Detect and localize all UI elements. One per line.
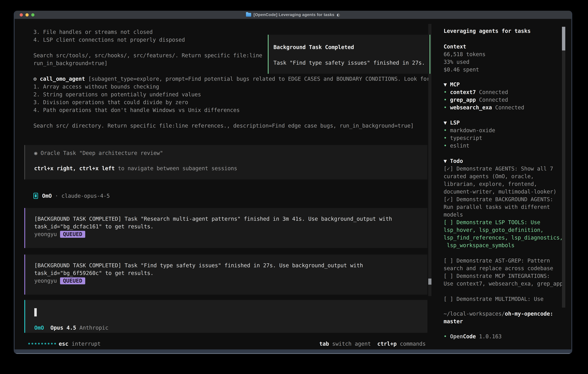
text-segment: run_in_background=true] bbox=[33, 60, 107, 66]
text-segment bbox=[44, 325, 51, 331]
text-line: Run parallel tasks with different bbox=[444, 203, 564, 211]
text-segment: lsp_hover, lsp_goto_definition, bbox=[444, 227, 544, 233]
text-segment: grep_app bbox=[450, 97, 476, 103]
text-segment: Search src/tools/, src/hooks/, src/featu… bbox=[33, 52, 262, 59]
text-segment: Anthropic bbox=[79, 325, 108, 331]
text-segment: lsp_workspace_symbols bbox=[444, 242, 514, 249]
text-line: yeongyuQUEUED bbox=[34, 230, 392, 238]
text-line: Leveraging agents for tasks bbox=[444, 27, 564, 35]
folder-icon bbox=[246, 13, 251, 17]
text-segment: 2. String operations on potentially unde… bbox=[33, 91, 201, 98]
status-badge: QUEUED bbox=[60, 231, 85, 238]
text-segment: ◉ Oracle Task "Deep architecture review" bbox=[34, 150, 163, 156]
text-line: [✓] Demonstrate AGENTS: Show all 7 bbox=[444, 165, 564, 173]
text-line: $0.46 spent bbox=[444, 66, 564, 73]
message-lines: [BACKGROUND TASK COMPLETED] Task "Find t… bbox=[34, 262, 363, 285]
zoom-button[interactable] bbox=[31, 13, 34, 17]
text-segment: • bbox=[444, 127, 450, 134]
text-line: ctrl+x right, ctrl+x left to navigate be… bbox=[34, 165, 237, 172]
text-line: 1. Array access without bounds checking bbox=[33, 83, 430, 91]
text-segment: task_id="bg_dcfac161" to get results. bbox=[34, 223, 154, 230]
text-segment: eslint bbox=[450, 143, 470, 149]
text-line bbox=[444, 288, 564, 295]
text-line: 33% used bbox=[444, 58, 564, 66]
text-line: [BACKGROUND TASK COMPLETED] Task "Resear… bbox=[34, 215, 392, 223]
text-segment: yeongyu bbox=[34, 231, 57, 237]
notification-title: Background Task Completed bbox=[273, 43, 354, 51]
text-line: • context7 Connected bbox=[444, 88, 564, 96]
text-line bbox=[33, 114, 430, 122]
title-bar: [OpenCode] Leveraging agents for tasks ◐ bbox=[15, 11, 571, 19]
text-segment: [ ] Demonstrate MCP INTEGRATIONS: bbox=[444, 273, 550, 279]
close-button[interactable] bbox=[20, 13, 23, 17]
text-segment: · bbox=[52, 193, 62, 199]
text-line: Search src/ directory. Return specific f… bbox=[33, 122, 430, 130]
sidebar-mcp-section[interactable]: ▼ MCP• context7 Connected• grep_app Conn… bbox=[444, 81, 564, 111]
text-segment: master bbox=[444, 318, 463, 324]
text-line: models bbox=[444, 211, 564, 218]
text-segment: librarian, explore, frontend, bbox=[444, 181, 537, 187]
text-segment: 4. LSP client connections not properly d… bbox=[33, 37, 185, 43]
text-segment: task_id="bg_6f59260c" to get results. bbox=[34, 270, 154, 276]
text-segment: • bbox=[444, 333, 450, 340]
text-line: search and replace across codebase bbox=[444, 265, 564, 272]
text-segment: ⚙ bbox=[33, 76, 40, 82]
text-line: [✓] Demonstrate BACKGROUND AGENTS: bbox=[444, 196, 564, 203]
text-segment: [ ] Demonstrate MULTIMODAL: Use bbox=[444, 296, 544, 302]
text-segment: [subagent_type=explore, prompt=Find pote… bbox=[85, 76, 430, 82]
text-segment: • bbox=[444, 89, 450, 95]
text-segment: search and replace across codebase bbox=[444, 265, 553, 271]
text-segment: interrupt bbox=[68, 341, 101, 347]
text-segment: • bbox=[444, 135, 450, 141]
text-line: [BACKGROUND TASK COMPLETED] Task "Find t… bbox=[34, 262, 363, 269]
text-line: • typescript bbox=[444, 134, 564, 142]
oracle-task-lines: ◉ Oracle Task "Deep architecture review"… bbox=[34, 149, 237, 172]
agent-session-label: OmO · claude-opus-4-5 bbox=[42, 193, 110, 199]
half-circle-progress-icon: ◐ bbox=[337, 13, 340, 17]
text-line: ~/local-workspaces/oh-my-opencode: bbox=[444, 310, 564, 318]
text-line: [ ] Demonstrate LSP TOOLS: Use bbox=[444, 218, 564, 226]
text-cursor bbox=[34, 308, 37, 316]
text-segment: lsp_find_references, lsp_diagnostics, bbox=[444, 235, 563, 241]
prompt-input[interactable]: OmO Opus 4.5 Anthropic bbox=[24, 300, 427, 333]
text-line: curated agents (OmO, oracle, bbox=[444, 173, 564, 180]
text-line: • websearch_exa Connected bbox=[444, 104, 564, 111]
sidebar-scrollbar-thumb[interactable] bbox=[562, 27, 565, 51]
text-segment: [BACKGROUND TASK COMPLETED] Task "Resear… bbox=[34, 216, 392, 222]
text-segment: [✓] Demonstrate AGENTS: Show all 7 bbox=[444, 166, 553, 172]
spinner-dots-icon: ••••••••• bbox=[28, 340, 57, 348]
text-segment: [ ] Demonstrate AST-GREP: Pattern bbox=[444, 258, 550, 264]
text-segment: yeongyu bbox=[34, 278, 57, 284]
text-segment: Code bbox=[463, 333, 476, 340]
text-segment: switch agent bbox=[329, 341, 377, 347]
text-segment: Connected bbox=[492, 104, 524, 111]
text-line: lsp_workspace_symbols bbox=[444, 241, 564, 249]
text-line: [ ] Demonstrate AST-GREP: Pattern bbox=[444, 257, 564, 265]
text-line: [ ] Demonstrate MULTIMODAL: Use bbox=[444, 295, 564, 303]
text-segment: Leveraging agents for tasks bbox=[444, 28, 531, 34]
text-segment: esc bbox=[59, 341, 68, 347]
background-task-message-1: [BACKGROUND TASK COMPLETED] Task "Resear… bbox=[24, 208, 427, 248]
text-segment: • bbox=[444, 143, 450, 149]
window-bottom-frame bbox=[14, 349, 572, 354]
text-segment: models bbox=[444, 212, 463, 218]
text-line: task_id="bg_6f59260c" to get results. bbox=[34, 269, 363, 277]
text-segment: ctrl+p bbox=[377, 341, 397, 347]
agent-session-header[interactable]: OmO · claude-opus-4-5 bbox=[33, 192, 110, 199]
sidebar-session-title: Leveraging agents for tasks bbox=[444, 27, 564, 35]
sidebar-lsp-section[interactable]: ▼ LSP• markdown-oxide• typescript• eslin… bbox=[444, 119, 564, 150]
input-model-info: OmO Opus 4.5 Anthropic bbox=[34, 324, 108, 332]
sidebar-todo-section[interactable]: ▼ Todo[✓] Demonstrate AGENTS: Show all 7… bbox=[444, 157, 564, 303]
minimize-button[interactable] bbox=[25, 13, 29, 17]
oracle-task-box[interactable]: ◉ Oracle Task "Deep architecture review"… bbox=[24, 145, 427, 179]
text-segment: [BACKGROUND TASK COMPLETED] Task "Find t… bbox=[34, 262, 363, 269]
main-scrollbar-thumb[interactable] bbox=[428, 279, 431, 285]
text-line: ◉ Oracle Task "Deep architecture review" bbox=[34, 149, 237, 157]
text-segment: claude-opus-4-5 bbox=[62, 193, 110, 199]
sidebar-scrollbar-track[interactable] bbox=[562, 27, 565, 308]
text-line: • OpenCode 1.0.163 bbox=[444, 333, 564, 340]
background-task-message-2: [BACKGROUND TASK COMPLETED] Task "Find t… bbox=[24, 255, 427, 295]
sidebar-context-section: Context66,518 tokens33% used$0.46 spent bbox=[444, 43, 564, 73]
text-segment: typescript bbox=[450, 135, 482, 141]
status-badge: QUEUED bbox=[60, 277, 85, 284]
